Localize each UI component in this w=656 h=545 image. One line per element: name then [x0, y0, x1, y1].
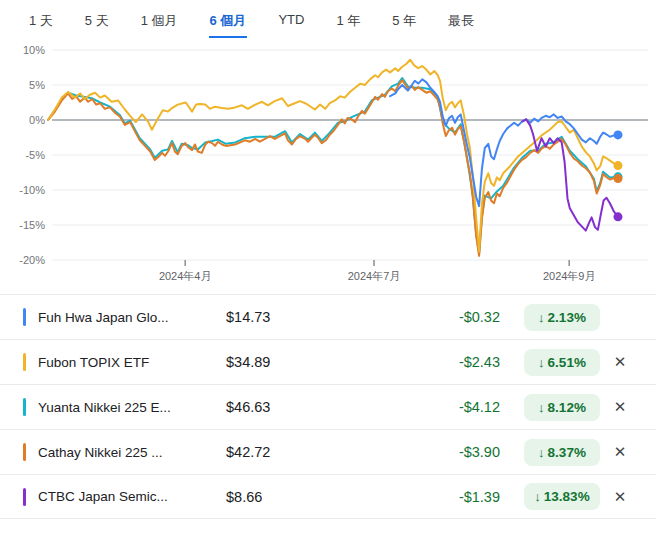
series-endpoint-dot-4 — [613, 212, 622, 221]
tab-range-6[interactable]: 5 年 — [391, 10, 417, 38]
y-axis-label: -5% — [25, 149, 45, 161]
price-change: -$2.43 — [338, 354, 524, 370]
percent-change-badge: ↓6.51% — [524, 349, 600, 376]
tab-range-0[interactable]: 1 天 — [28, 10, 54, 38]
watchlist: Fuh Hwa Japan Glo...$14.73-$0.32↓2.13%✕F… — [0, 294, 656, 519]
remove-ticker-button[interactable]: ✕ — [600, 443, 640, 461]
watchlist-row[interactable]: Cathay Nikkei 225 ...$42.72-$3.90↓8.37%✕ — [0, 429, 656, 474]
watchlist-row[interactable]: Yuanta Nikkei 225 E...$46.63-$4.12↓8.12%… — [0, 384, 656, 429]
series-line-1 — [48, 80, 618, 256]
ticker-name: CTBC Japan Semic... — [38, 489, 210, 504]
close-icon: ✕ — [614, 353, 627, 371]
tab-range-5[interactable]: 1 年 — [335, 10, 361, 38]
percent-change-badge: ↓8.37% — [524, 439, 600, 466]
tab-range-4[interactable]: YTD — [277, 10, 305, 38]
y-axis-label: 5% — [29, 79, 45, 91]
series-color-bar — [23, 443, 26, 461]
series-endpoint-dot-2 — [613, 161, 622, 170]
watchlist-row[interactable]: CTBC Japan Semic...$8.66-$1.39↓13.83%✕ — [0, 474, 656, 519]
series-endpoint-dot-1 — [613, 174, 622, 183]
chart-canvas[interactable]: 10%5%0%-5%-10%-15%-20%2024年4月2024年7月2024… — [0, 38, 656, 290]
close-icon: ✕ — [614, 488, 627, 506]
watchlist-row[interactable]: Fubon TOPIX ETF$34.89-$2.43↓6.51%✕ — [0, 339, 656, 384]
percent-change-badge: ↓13.83% — [524, 483, 600, 510]
percent-change-value: 2.13% — [548, 310, 586, 325]
close-icon: ✕ — [614, 443, 627, 461]
close-icon: ✕ — [614, 398, 627, 416]
tab-range-7[interactable]: 最長 — [447, 10, 475, 38]
series-endpoint-dot-3 — [613, 130, 622, 139]
time-range-tabs: 1 天5 天1 個月6 個月YTD1 年5 年最長 — [0, 0, 656, 38]
price: $42.72 — [226, 444, 338, 460]
y-axis-label: -20% — [19, 254, 45, 266]
series-color-bar — [23, 398, 26, 416]
down-arrow-icon: ↓ — [538, 355, 545, 370]
percent-change-value: 8.37% — [548, 445, 586, 460]
series-color-bar — [23, 488, 26, 506]
tab-range-3[interactable]: 6 個月 — [209, 10, 248, 38]
x-axis-label: 2024年7月 — [348, 270, 401, 282]
tab-range-2[interactable]: 1 個月 — [140, 10, 179, 38]
ticker-name: Fubon TOPIX ETF — [38, 355, 210, 370]
price-change: -$4.12 — [338, 399, 524, 415]
performance-chart[interactable]: 10%5%0%-5%-10%-15%-20%2024年4月2024年7月2024… — [0, 38, 656, 290]
series-line-0 — [48, 78, 618, 254]
price: $46.63 — [226, 399, 338, 415]
price: $8.66 — [226, 489, 338, 505]
percent-change-value: 6.51% — [548, 355, 586, 370]
down-arrow-icon: ↓ — [538, 445, 545, 460]
down-arrow-icon: ↓ — [538, 310, 545, 325]
ticker-name: Cathay Nikkei 225 ... — [38, 445, 210, 460]
ticker-name: Yuanta Nikkei 225 E... — [38, 400, 210, 415]
x-axis-label: 2024年4月 — [159, 270, 212, 282]
percent-change-badge: ↓2.13% — [524, 304, 600, 331]
series-color-bar — [23, 353, 26, 371]
remove-ticker-button[interactable]: ✕ — [600, 488, 640, 506]
watchlist-row[interactable]: Fuh Hwa Japan Glo...$14.73-$0.32↓2.13%✕ — [0, 294, 656, 339]
y-axis-label: 10% — [23, 44, 45, 56]
price: $14.73 — [226, 309, 338, 325]
x-axis-label: 2024年9月 — [543, 270, 596, 282]
percent-change-badge: ↓8.12% — [524, 394, 600, 421]
series-line-2 — [48, 60, 618, 252]
down-arrow-icon: ↓ — [538, 400, 545, 415]
price-change: -$0.32 — [338, 309, 524, 325]
tab-range-1[interactable]: 5 天 — [84, 10, 110, 38]
remove-ticker-button[interactable]: ✕ — [600, 353, 640, 371]
price-change: -$1.39 — [338, 489, 524, 505]
remove-ticker-button[interactable]: ✕ — [600, 398, 640, 416]
y-axis-label: 0% — [29, 114, 45, 126]
percent-change-value: 8.12% — [548, 400, 586, 415]
price-change: -$3.90 — [338, 444, 524, 460]
percent-change-value: 13.83% — [544, 489, 590, 504]
down-arrow-icon: ↓ — [534, 489, 541, 504]
y-axis-label: -15% — [19, 219, 45, 231]
y-axis-label: -10% — [19, 184, 45, 196]
series-color-bar — [23, 308, 26, 326]
price: $34.89 — [226, 354, 338, 370]
ticker-name: Fuh Hwa Japan Glo... — [38, 310, 210, 325]
